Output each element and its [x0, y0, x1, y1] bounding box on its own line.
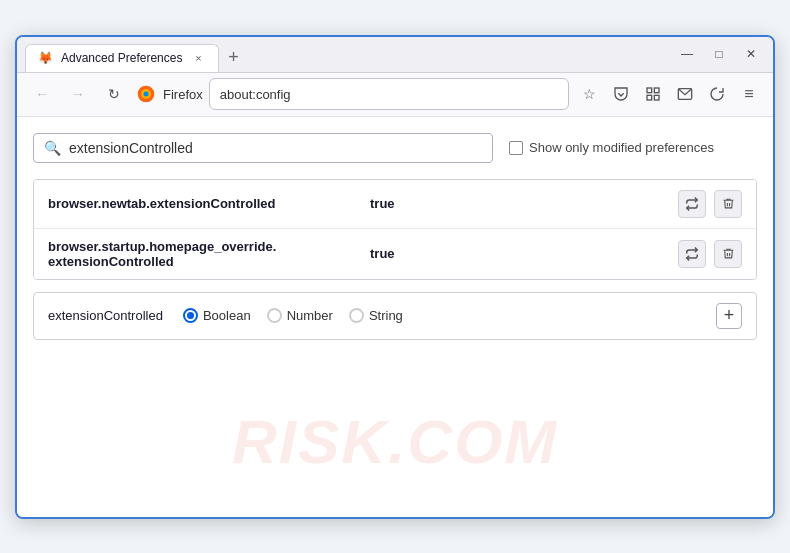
toggle-button-2[interactable]: [678, 240, 706, 268]
watermark: RISK.COM: [232, 406, 558, 477]
tab-close-button[interactable]: ×: [190, 50, 206, 66]
search-container: 🔍 extensionControlled Show only modified…: [33, 133, 757, 163]
nav-icons-right: ☆: [575, 80, 763, 108]
radio-number-label: Number: [287, 308, 333, 323]
toggle-button-1[interactable]: [678, 190, 706, 218]
table-row: browser.newtab.extensionControlled true: [34, 180, 756, 229]
svg-rect-4: [654, 88, 659, 93]
radio-number-circle: [267, 308, 282, 323]
browser-name-label: Firefox: [163, 87, 203, 102]
svg-rect-6: [654, 95, 659, 100]
pref-actions-1: [678, 190, 742, 218]
extension-icon[interactable]: [639, 80, 667, 108]
search-box[interactable]: 🔍 extensionControlled: [33, 133, 493, 163]
back-button[interactable]: ←: [27, 79, 57, 109]
pocket-icon[interactable]: [607, 80, 635, 108]
tab-area: 🦊 Advanced Preferences × +: [25, 37, 673, 72]
account-icon[interactable]: [703, 80, 731, 108]
radio-boolean-dot: [187, 312, 194, 319]
address-bar[interactable]: about:config: [209, 78, 569, 110]
table-row: browser.startup.homepage_override. exten…: [34, 229, 756, 279]
forward-button[interactable]: →: [63, 79, 93, 109]
new-pref-name: extensionControlled: [48, 308, 163, 323]
delete-button-2[interactable]: [714, 240, 742, 268]
svg-point-2: [144, 92, 149, 97]
type-radio-group: Boolean Number String: [183, 308, 696, 323]
preferences-table: browser.newtab.extensionControlled true: [33, 179, 757, 280]
radio-boolean-circle: [183, 308, 198, 323]
address-text: about:config: [220, 87, 558, 102]
add-preference-button[interactable]: +: [716, 303, 742, 329]
new-tab-button[interactable]: +: [219, 44, 247, 72]
search-input[interactable]: extensionControlled: [69, 140, 482, 156]
pref-value-1: true: [370, 196, 395, 211]
radio-boolean[interactable]: Boolean: [183, 308, 251, 323]
radio-string-circle: [349, 308, 364, 323]
menu-icon[interactable]: ≡: [735, 80, 763, 108]
active-tab[interactable]: 🦊 Advanced Preferences ×: [25, 44, 219, 72]
svg-rect-5: [647, 95, 652, 100]
content-area: RISK.COM 🔍 extensionControlled Show only…: [17, 117, 773, 517]
svg-rect-3: [647, 88, 652, 93]
search-icon: 🔍: [44, 140, 61, 156]
show-modified-container: Show only modified preferences: [509, 140, 714, 155]
window-controls: — □ ✕: [673, 40, 765, 68]
nav-bar: ← → ↻ Firefox about:config ☆: [17, 73, 773, 117]
reload-button[interactable]: ↻: [99, 79, 129, 109]
maximize-button[interactable]: □: [705, 40, 733, 68]
close-button[interactable]: ✕: [737, 40, 765, 68]
radio-string[interactable]: String: [349, 308, 403, 323]
minimize-button[interactable]: —: [673, 40, 701, 68]
show-modified-checkbox[interactable]: [509, 141, 523, 155]
pref-name-1: browser.newtab.extensionControlled: [48, 196, 358, 211]
radio-boolean-label: Boolean: [203, 308, 251, 323]
pref-value-2: true: [370, 246, 395, 261]
delete-button-1[interactable]: [714, 190, 742, 218]
show-modified-label: Show only modified preferences: [529, 140, 714, 155]
add-preference-row: extensionControlled Boolean Number: [33, 292, 757, 340]
title-bar: 🦊 Advanced Preferences × + — □ ✕: [17, 37, 773, 73]
bookmark-icon[interactable]: ☆: [575, 80, 603, 108]
radio-string-label: String: [369, 308, 403, 323]
pref-name-2: browser.startup.homepage_override. exten…: [48, 239, 358, 269]
tab-favicon: 🦊: [38, 51, 53, 65]
browser-window: 🦊 Advanced Preferences × + — □ ✕ ← → ↻ F…: [15, 35, 775, 519]
tab-title: Advanced Preferences: [61, 51, 182, 65]
firefox-logo: [135, 83, 157, 105]
pref-actions-2: [678, 240, 742, 268]
radio-number[interactable]: Number: [267, 308, 333, 323]
mail-icon[interactable]: [671, 80, 699, 108]
